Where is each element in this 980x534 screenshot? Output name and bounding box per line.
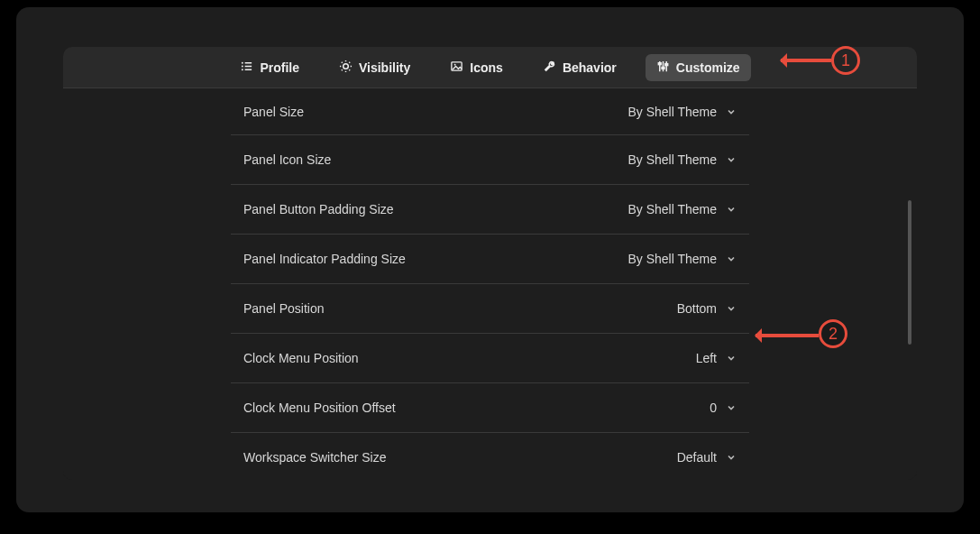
tab-visibility[interactable]: Visibility: [328, 54, 421, 81]
setting-value: Bottom: [677, 301, 717, 316]
tab-behavior[interactable]: Behavior: [532, 54, 627, 81]
annotation-callout-1: 1: [831, 46, 860, 75]
tab-profile[interactable]: Profile: [229, 54, 310, 81]
setting-label: Panel Indicator Padding Size: [243, 252, 406, 266]
tab-icons[interactable]: Icons: [439, 54, 514, 81]
setting-row-panel-icon-size: Panel Icon Size By Shell Theme: [231, 135, 749, 185]
settings-panel: Profile Visibility Icons Behavior: [63, 47, 917, 480]
setting-dropdown[interactable]: By Shell Theme: [627, 152, 737, 167]
window-frame: Profile Visibility Icons Behavior: [16, 7, 964, 512]
chevron-down-icon: [726, 204, 737, 215]
annotation-arrow-2: [756, 334, 819, 337]
tab-label: Customize: [676, 60, 740, 75]
setting-dropdown[interactable]: Left: [696, 351, 737, 365]
setting-label: Clock Menu Position: [243, 351, 359, 365]
svg-point-6: [343, 63, 349, 69]
setting-dropdown[interactable]: Default: [677, 450, 737, 465]
list-icon: [240, 60, 253, 76]
tab-bar: Profile Visibility Icons Behavior: [63, 47, 917, 88]
setting-row-panel-size: Panel Size By Shell Theme: [231, 88, 749, 135]
setting-label: Panel Size: [243, 105, 304, 119]
scrollbar[interactable]: [908, 200, 911, 345]
setting-label: Workspace Switcher Size: [243, 450, 386, 465]
chevron-down-icon: [726, 253, 737, 264]
tab-customize[interactable]: Customize: [646, 54, 751, 81]
svg-line-13: [342, 69, 343, 70]
setting-value: By Shell Theme: [627, 252, 717, 266]
svg-line-11: [342, 61, 343, 62]
setting-label: Clock Menu Position Offset: [243, 400, 396, 415]
annotation-arrow-1: [781, 59, 831, 62]
chevron-down-icon: [726, 402, 737, 413]
sliders-icon: [656, 60, 670, 76]
chevron-down-icon: [726, 154, 737, 165]
setting-dropdown[interactable]: 0: [710, 400, 737, 415]
svg-line-14: [349, 61, 350, 62]
setting-value: By Shell Theme: [627, 152, 717, 167]
setting-row-clock-menu-offset: Clock Menu Position Offset 0: [231, 383, 749, 433]
svg-rect-20: [658, 62, 661, 64]
content-area: Panel Size By Shell Theme Panel Icon Siz…: [63, 88, 917, 480]
chevron-down-icon: [726, 303, 737, 314]
tab-label: Profile: [260, 60, 299, 75]
setting-value: By Shell Theme: [627, 105, 717, 119]
setting-label: Panel Position: [243, 301, 325, 316]
chevron-down-icon: [726, 353, 737, 364]
wrench-icon: [543, 60, 556, 76]
settings-list[interactable]: Panel Size By Shell Theme Panel Icon Siz…: [231, 88, 749, 480]
setting-row-panel-button-padding: Panel Button Padding Size By Shell Theme: [231, 185, 749, 235]
setting-dropdown[interactable]: By Shell Theme: [627, 252, 737, 266]
setting-value: Left: [696, 351, 717, 365]
setting-row-panel-indicator-padding: Panel Indicator Padding Size By Shell Th…: [231, 235, 749, 284]
image-icon: [450, 60, 463, 76]
setting-row-workspace-switcher-size: Workspace Switcher Size Default: [231, 433, 749, 480]
tab-label: Icons: [470, 60, 503, 75]
svg-point-16: [454, 63, 456, 65]
annotation-callout-2: 2: [819, 319, 847, 348]
svg-line-12: [349, 69, 350, 70]
setting-label: Panel Icon Size: [243, 152, 331, 167]
setting-value: Default: [677, 450, 717, 465]
tab-label: Behavior: [563, 60, 617, 75]
chevron-down-icon: [726, 452, 737, 463]
setting-row-clock-menu-position: Clock Menu Position Left: [231, 334, 749, 383]
svg-rect-21: [662, 67, 664, 69]
tab-label: Visibility: [359, 60, 410, 75]
setting-row-panel-position: Panel Position Bottom: [231, 284, 749, 334]
setting-value: By Shell Theme: [627, 202, 717, 216]
setting-value: 0: [710, 400, 717, 415]
setting-dropdown[interactable]: Bottom: [677, 301, 737, 316]
setting-label: Panel Button Padding Size: [243, 202, 394, 216]
chevron-down-icon: [726, 106, 737, 117]
sun-icon: [339, 60, 353, 76]
svg-rect-22: [665, 63, 668, 65]
setting-dropdown[interactable]: By Shell Theme: [627, 105, 737, 119]
setting-dropdown[interactable]: By Shell Theme: [627, 202, 737, 216]
